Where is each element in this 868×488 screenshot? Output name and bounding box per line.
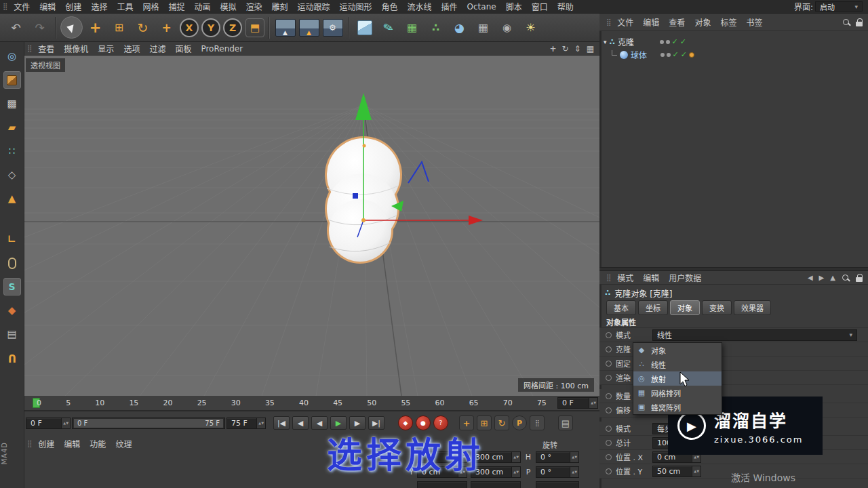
search-icon[interactable]: [842, 274, 850, 282]
om-menu-bookmarks[interactable]: 书签: [741, 15, 767, 29]
viewport-menu-camera[interactable]: 摄像机: [59, 41, 93, 56]
points-mode-button[interactable]: ∷: [3, 142, 21, 160]
undo-button[interactable]: ↶: [5, 16, 27, 39]
search-icon[interactable]: [842, 18, 850, 26]
last-used-tool[interactable]: +: [155, 16, 178, 39]
cloner-generator-button[interactable]: ∴: [425, 16, 447, 39]
keyframe-ring-icon[interactable]: [606, 361, 612, 367]
z-axis-lock-button[interactable]: Z: [223, 18, 242, 37]
stepper-icon[interactable]: ▲▼: [570, 452, 578, 462]
zoom-view-icon[interactable]: ⇕: [574, 44, 581, 54]
stepper-icon[interactable]: ▲▼: [511, 467, 520, 477]
parameter-key-toggle[interactable]: P: [512, 415, 527, 430]
tab-effectors[interactable]: 效果器: [734, 300, 771, 315]
render-visibility-dot[interactable]: [666, 40, 670, 44]
menu-animate[interactable]: 动画: [189, 0, 215, 14]
material-menu-grip-icon[interactable]: ⣿: [27, 440, 31, 447]
enable-check-icon[interactable]: ✓: [673, 50, 679, 59]
om-menu-tags[interactable]: 标签: [715, 15, 741, 29]
object-properties-section[interactable]: 对象属性: [599, 316, 868, 328]
enable-check-icon[interactable]: ✓: [680, 37, 686, 46]
viewport-menu-filter[interactable]: 过滤: [144, 41, 170, 56]
material-menu-function[interactable]: 功能: [85, 436, 111, 451]
keyframe-ring-icon[interactable]: [606, 346, 612, 352]
stepper-icon[interactable]: ▲▼: [570, 467, 578, 477]
texture-mode-button[interactable]: ▩: [3, 95, 21, 113]
menu-render[interactable]: 渲染: [241, 0, 267, 14]
redo-button[interactable]: ↷: [28, 16, 51, 39]
environment-floor-button[interactable]: ▦: [472, 16, 494, 39]
perspective-viewport[interactable]: 透视视图 网格间距 : 100 cm: [24, 56, 599, 396]
range-max-field[interactable]: 75 F▲▼: [226, 418, 266, 429]
history-back-icon[interactable]: ◀: [808, 274, 813, 281]
render-visibility-dot[interactable]: [667, 53, 671, 57]
attribute-menu-grip-icon[interactable]: ⣿: [606, 274, 610, 281]
tab-basic[interactable]: 基本: [606, 300, 636, 315]
spline-pen-button[interactable]: ✎: [374, 14, 401, 41]
attr-menu-mode[interactable]: 模式: [612, 270, 638, 285]
dropdown-option-linear[interactable]: ∴线性: [633, 357, 722, 371]
keyframe-ring-icon[interactable]: [606, 393, 612, 399]
enable-check-icon[interactable]: ✓: [672, 37, 678, 46]
tree-item-label[interactable]: 球体: [631, 49, 647, 60]
coordinate-system-button[interactable]: ⬒: [245, 18, 264, 37]
enable-check-icon[interactable]: ✓: [681, 50, 687, 59]
menu-mesh[interactable]: 网格: [138, 0, 163, 14]
position-z-field[interactable]: [417, 481, 467, 488]
rotation-key-toggle[interactable]: ↻: [494, 415, 509, 430]
menu-help[interactable]: 帮助: [553, 0, 578, 14]
viewport-menu-view[interactable]: 查看: [33, 41, 59, 56]
keyframe-ring-icon[interactable]: [606, 440, 612, 446]
dropdown-option-object[interactable]: ◆对象: [633, 343, 722, 357]
expand-caret-icon[interactable]: ▾: [604, 39, 607, 45]
previous-key-button[interactable]: ◀: [292, 416, 309, 430]
menu-snap[interactable]: 捕捉: [163, 0, 189, 14]
previous-frame-button[interactable]: ◀: [311, 416, 328, 430]
frame-field[interactable]: 0 F▲▼: [26, 418, 71, 429]
menu-plugins[interactable]: 插件: [437, 0, 462, 14]
menu-mograph[interactable]: 运动图形: [335, 0, 377, 14]
primitive-cube-button[interactable]: [353, 16, 376, 39]
layers-lock-button[interactable]: ▤: [3, 325, 21, 343]
render-view-button[interactable]: ▲: [274, 16, 296, 39]
menu-create[interactable]: 创建: [60, 0, 86, 14]
menu-script[interactable]: 脚本: [501, 0, 527, 14]
rotation-p-field[interactable]: 0 °▲▼: [536, 466, 579, 478]
stepper-icon[interactable]: ▲▼: [589, 398, 597, 408]
lock-icon[interactable]: [856, 274, 863, 282]
tree-item-label[interactable]: 克隆: [618, 36, 634, 47]
material-menu-create[interactable]: 创建: [33, 436, 59, 451]
object-manager-grip-icon[interactable]: ⣿: [606, 18, 610, 26]
current-frame-field[interactable]: 0 F▲▼: [557, 397, 598, 409]
viewport-menu-panel[interactable]: 面板: [170, 41, 196, 56]
scale-tool[interactable]: ⊞: [108, 16, 130, 39]
go-to-start-button[interactable]: |◀: [273, 416, 290, 430]
viewport-menu-options[interactable]: 选项: [119, 41, 144, 56]
om-menu-object[interactable]: 对象: [690, 15, 715, 29]
keyframe-ring-icon[interactable]: [606, 332, 612, 338]
pan-view-icon[interactable]: +: [549, 44, 556, 54]
camera-button[interactable]: ◉: [496, 16, 518, 39]
interface-select[interactable]: 启动 ▾: [815, 1, 863, 12]
tab-coordinates[interactable]: 坐标: [638, 300, 668, 315]
om-menu-view[interactable]: 查看: [664, 15, 690, 29]
edges-mode-button[interactable]: ◇: [3, 166, 21, 184]
rotation-h-field[interactable]: 0 °▲▼: [536, 451, 579, 463]
timeline-window-button[interactable]: ▤: [558, 415, 573, 430]
render-settings-button[interactable]: ⚙: [321, 16, 344, 39]
menu-pipeline[interactable]: 流水线: [403, 0, 437, 14]
rotation-b-field[interactable]: [536, 481, 579, 488]
material-menu-texture[interactable]: 纹理: [111, 436, 136, 451]
toggle-views-icon[interactable]: ▦: [587, 44, 594, 54]
view-label[interactable]: 透视视图: [26, 58, 65, 72]
om-menu-file[interactable]: 文件: [612, 15, 638, 29]
editor-visibility-dot[interactable]: [660, 40, 664, 44]
material-menu-edit[interactable]: 编辑: [59, 436, 85, 451]
point-level-animation-toggle[interactable]: ⣿: [530, 415, 545, 430]
menu-tools[interactable]: 工具: [112, 0, 138, 14]
paint-tool-button[interactable]: ◆: [3, 302, 21, 319]
tree-item-cloner[interactable]: ▾ ∴ 克隆 ✓ ✓: [604, 35, 686, 48]
menubar-grip-icon[interactable]: ⣿: [3, 3, 6, 10]
menu-simulate[interactable]: 模拟: [215, 0, 241, 14]
magnet-tool-button[interactable]: U: [3, 349, 21, 367]
